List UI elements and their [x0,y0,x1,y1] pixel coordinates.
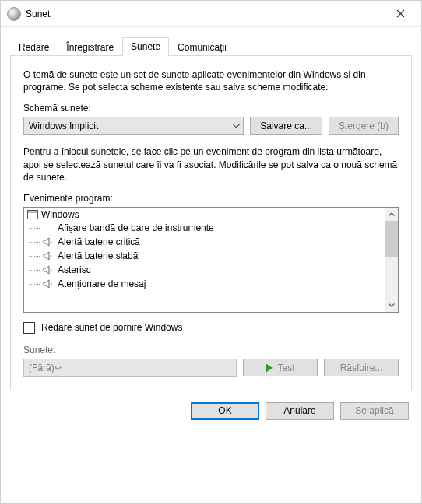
tree-item[interactable]: Alertă baterie critică [24,235,385,249]
dialog-footer: OK Anulare Se aplică [1,391,421,432]
tree-connector [29,242,40,243]
scroll-up-button[interactable] [385,208,398,221]
chevron-down-icon [389,303,395,307]
tree-root-label: Windows [41,209,79,220]
sound-app-icon [7,7,21,21]
scheme-label: Schemă sunete: [23,103,399,114]
tree-item-label: Alertă baterie slabă [58,250,138,261]
tree-item-label: Afișare bandă de bare de instrumente [58,222,214,233]
save-as-button[interactable]: Salvare ca... [250,117,322,135]
cancel-button[interactable]: Anulare [266,402,334,420]
tree-connector [29,228,40,229]
tree-item-label: Atenționare de mesaj [58,278,146,289]
tab-content: O temă de sunete este un set de sunete a… [10,55,412,390]
test-label: Test [277,362,294,373]
speaker-icon [43,236,55,247]
sounds-dropdown[interactable]: (Fără) [23,359,237,377]
tab-playback[interactable]: Redare [10,38,58,57]
events-label: Evenimente program: [23,193,399,204]
close-icon [396,9,405,18]
ok-button[interactable]: OK [191,402,259,420]
startup-sound-checkbox[interactable] [23,322,35,334]
tree-connector [29,284,40,285]
scheme-dropdown[interactable]: Windows Implicit [23,117,244,135]
close-button[interactable] [384,3,417,25]
tab-sounds[interactable]: Sunete [122,37,169,57]
delete-button[interactable]: Ștergere (b) [329,117,399,135]
speaker-icon [43,250,55,261]
scroll-track[interactable] [385,257,398,299]
sound-dialog: Sunet Redare Înregistrare Sunete Comunic… [0,0,422,504]
tree-connector [29,270,40,271]
tree-item[interactable]: Alertă baterie slabă [24,249,385,263]
tree-connector [29,256,40,257]
chevron-down-icon [233,121,240,130]
instruction-text: Pentru a înlocui sunetele, se face clic … [23,145,399,184]
windows-icon [27,210,38,219]
window-title: Sunet [26,9,384,19]
tab-strip: Redare Înregistrare Sunete Comunicații [1,27,421,56]
scheme-value: Windows Implicit [29,121,98,131]
events-tree: Windows Afișare bandă de bare de instrum… [24,208,385,312]
tree-item[interactable]: Afișare bandă de bare de instrumente [24,221,385,235]
tree-item[interactable]: Asterisc [24,263,385,277]
no-sound-icon [43,222,55,233]
browse-button[interactable]: Răsfoire... [324,359,399,376]
tab-communications[interactable]: Comunicații [169,38,235,57]
startup-sound-row: Redare sunet de pornire Windows [23,322,399,334]
sounds-value: (Fără) [29,362,55,373]
play-icon [266,363,273,373]
tab-recording[interactable]: Înregistrare [58,38,122,57]
chevron-down-icon [55,362,62,373]
tree-root-windows[interactable]: Windows [24,208,385,221]
scroll-down-button[interactable] [385,299,398,312]
tree-item[interactable]: Atenționare de mesaj [24,277,385,291]
scrollbar-vertical[interactable] [385,208,398,312]
scroll-thumb[interactable] [385,221,398,257]
startup-sound-label: Redare sunet de pornire Windows [41,322,182,333]
description-text: O temă de sunete este un set de sunete a… [23,68,399,93]
tree-item-label: Alertă baterie critică [58,236,140,247]
tree-item-label: Asterisc [58,264,91,275]
speaker-icon [43,264,55,275]
events-listbox[interactable]: Windows Afișare bandă de bare de instrum… [23,207,399,313]
chevron-up-icon [389,212,395,216]
test-button[interactable]: Test [243,359,318,376]
titlebar: Sunet [1,1,421,27]
apply-button[interactable]: Se aplică [340,402,409,420]
speaker-icon [43,278,55,289]
sounds-label: Sunete: [23,345,399,355]
